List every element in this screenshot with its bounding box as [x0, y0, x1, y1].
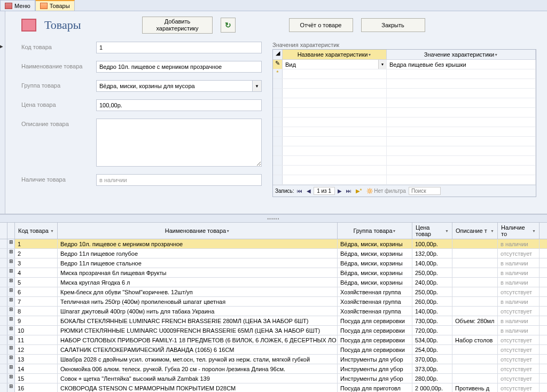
cell-desc[interactable] — [452, 307, 498, 316]
report-button[interactable]: Отчёт о товаре — [289, 18, 353, 32]
table-row[interactable]: ⊞ 12 САЛАТНИК СТЕКЛОКЕРАМИЧЕСКИЙ ЛАВАНДА… — [0, 345, 547, 355]
row-selector[interactable] — [0, 239, 7, 248]
cell-desc[interactable] — [452, 345, 498, 354]
desc-input[interactable] — [96, 119, 262, 167]
col-desc[interactable]: Описание т▼ — [452, 223, 498, 239]
row-selector[interactable] — [0, 316, 7, 325]
cell-desc[interactable]: Противень д — [452, 383, 498, 392]
col-name[interactable]: Наименование товара▼ — [58, 223, 338, 239]
nav-position[interactable] — [314, 187, 335, 195]
cell-group[interactable]: Хозяйственная группа — [338, 297, 412, 306]
chevron-down-icon[interactable]: ▼ — [252, 80, 262, 92]
table-row[interactable]: ⊞ 5 Миска круглая Ягодка 6 л Вёдра, миск… — [0, 278, 547, 287]
table-row[interactable]: ⊞ 1 Ведро 10л. пищевое с мерником прозра… — [0, 239, 547, 249]
cell-name[interactable]: Шпагат джутовый 400гр (400м) нить для та… — [58, 307, 338, 316]
cell-group[interactable]: Посуда для сервировки — [338, 345, 412, 354]
cell-name[interactable]: НАБОР СТОЛОВЫХ ПРИБОРОВ FAMILY-1 18 ПРЕД… — [58, 335, 338, 344]
cell-id[interactable]: 1 — [15, 239, 58, 248]
table-row[interactable]: ⊞ 3 Ведро 11л пищевое стальное Вёдра, ми… — [0, 258, 547, 268]
cell-desc[interactable] — [452, 374, 498, 383]
expand-row-button[interactable]: ⊞ — [7, 355, 15, 364]
col-char-value[interactable]: Значение характеристики▼ — [387, 50, 536, 59]
row-selector[interactable] — [0, 268, 7, 277]
cell-id[interactable]: 7 — [15, 297, 58, 306]
cell-desc[interactable]: Объем: 280мл — [452, 316, 498, 325]
nav-search-input[interactable] — [409, 187, 441, 195]
name-input[interactable] — [96, 61, 262, 73]
cell-avail[interactable]: в наличии — [498, 239, 540, 248]
cell-avail[interactable]: отсутствует — [498, 355, 540, 364]
table-row[interactable]: ⊞ 8 Шпагат джутовый 400гр (400м) нить дл… — [0, 307, 547, 316]
cell-price[interactable]: 370,00р. — [412, 355, 452, 364]
cell-group[interactable]: Вёдра, миски, корзины — [338, 278, 412, 287]
table-row[interactable]: ⊞ 13 Швабра 2028 с двойным усил. отжимом… — [0, 355, 547, 364]
expand-row-button[interactable]: ⊞ — [7, 258, 15, 268]
cell-desc[interactable] — [452, 278, 498, 287]
cell-desc[interactable] — [452, 239, 498, 248]
expand-row-button[interactable]: ⊞ — [7, 307, 15, 316]
cell-price[interactable]: 720,00р. — [412, 326, 452, 335]
cell-avail[interactable]: в наличии — [498, 258, 540, 268]
col-id[interactable]: Код товара▼ — [15, 223, 58, 239]
cell-desc[interactable] — [452, 287, 498, 296]
cell-desc[interactable] — [452, 326, 498, 335]
nav-last-button[interactable]: ⏭ — [345, 188, 353, 194]
cell-name[interactable]: Окномойка 006 алюм. телеск. ручкой. Губк… — [58, 364, 338, 373]
cell-avail[interactable]: в наличии — [498, 278, 540, 287]
cell-name[interactable]: Совок + щетка "Лентяйка" высокий малый Z… — [58, 374, 338, 383]
cell-price[interactable]: 534,00р. — [412, 335, 452, 344]
cell-avail[interactable]: в наличии — [498, 268, 540, 277]
row-selector[interactable] — [0, 345, 7, 354]
cell-desc[interactable] — [452, 355, 498, 364]
row-selector[interactable] — [0, 249, 7, 258]
expand-row-button[interactable]: ⊞ — [7, 268, 15, 277]
expand-row-button[interactable]: ⊞ — [7, 297, 15, 306]
cell-desc[interactable] — [452, 297, 498, 306]
expand-row-button[interactable]: ⊞ — [7, 374, 15, 383]
table-row[interactable]: ⊞ 6 Крем-блеск для обуви "Showl"коричнев… — [0, 287, 547, 297]
cell-name[interactable]: Миска прозрачная 6л пищевая Фрукты — [58, 268, 338, 277]
cell-name[interactable]: Ведро 11л пищевое стальное — [58, 258, 338, 268]
price-input[interactable] — [96, 99, 262, 111]
col-char-name[interactable]: Название характеристики▼ — [283, 50, 387, 59]
cell-id[interactable]: 8 — [15, 307, 58, 316]
cell-group[interactable]: Вёдра, миски, корзины — [338, 249, 412, 258]
cell-id[interactable]: 6 — [15, 287, 58, 296]
cell-group[interactable]: Посуда для сервировки — [338, 326, 412, 335]
row-selector[interactable] — [0, 258, 7, 268]
tab-goods[interactable]: Товары — [35, 0, 75, 11]
cell-group[interactable]: Посуда для приготовл — [338, 383, 412, 392]
table-row[interactable]: ⊞ 9 БОКАЛЫ СТЕКЛЯННЫЕ LUMINARC FRENCH BR… — [0, 316, 547, 326]
new-row-marker[interactable]: * — [273, 69, 283, 79]
avail-input[interactable] — [96, 174, 262, 186]
expand-row-button[interactable]: ⊞ — [7, 278, 15, 287]
expand-row-button[interactable]: ⊞ — [7, 326, 15, 335]
cell-name[interactable]: Ведро 10л. пищевое с мерником прозрачное — [58, 239, 338, 248]
expand-row-button[interactable]: ⊞ — [7, 364, 15, 373]
cell-avail[interactable]: в наличии — [498, 297, 540, 306]
expand-row-button[interactable]: ⊞ — [7, 345, 15, 354]
table-row[interactable]: ⊞ 7 Тепличная нить 250гр (400м) пропилен… — [0, 297, 547, 307]
nav-next-button[interactable]: ▶ — [336, 188, 343, 194]
cell-group[interactable]: Вёдра, миски, корзины — [338, 258, 412, 268]
cell-price[interactable]: 250,00р. — [412, 287, 452, 296]
cell-avail[interactable]: отсутствует — [498, 249, 540, 258]
cell-id[interactable]: 15 — [15, 374, 58, 383]
cell-avail[interactable]: отсутствует — [498, 364, 540, 373]
row-selector[interactable] — [0, 297, 7, 306]
cell-group[interactable]: Посуда для сервировки — [338, 316, 412, 325]
cell-price[interactable]: 2 000,00р. — [412, 383, 452, 392]
cell-price[interactable]: 240,00р. — [412, 278, 452, 287]
cell-name[interactable]: Миска круглая Ягодка 6 л — [58, 278, 338, 287]
cell-id[interactable]: 3 — [15, 258, 58, 268]
cell-price[interactable]: 280,00р. — [412, 374, 452, 383]
char-name-cell[interactable]: Вид▼ — [283, 60, 387, 69]
cell-avail[interactable]: отсутствует — [498, 287, 540, 296]
cell-id[interactable]: 2 — [15, 249, 58, 258]
cell-avail[interactable]: отсутствует — [498, 307, 540, 316]
char-value-cell[interactable]: Ведра пищевые без крышки — [387, 60, 536, 69]
cell-group[interactable]: Хозяйственная группа — [338, 307, 412, 316]
cell-id[interactable]: 14 — [15, 364, 58, 373]
cell-avail[interactable]: отсутствует — [498, 335, 540, 344]
table-row[interactable]: ⊞ 10 РЮМКИ СТЕКЛЯННЫЕ LUMINARC U0009FREN… — [0, 326, 547, 335]
